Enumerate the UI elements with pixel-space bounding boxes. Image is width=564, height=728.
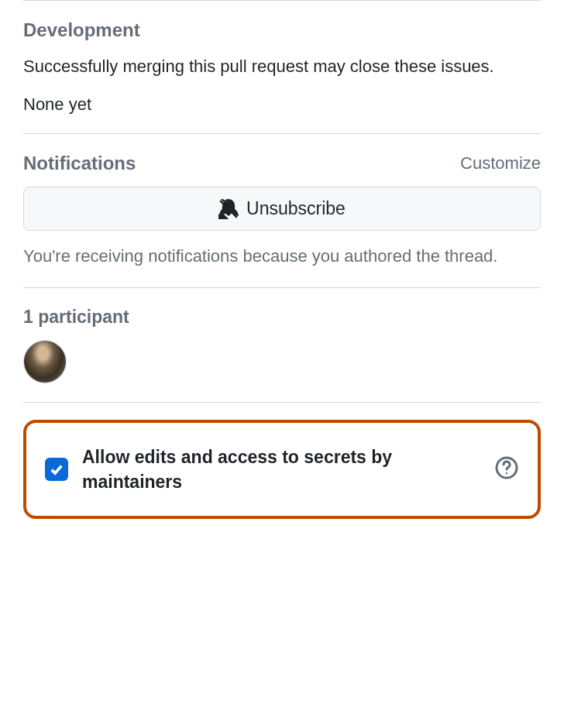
development-value: None yet — [23, 94, 541, 115]
bell-mute-icon — [218, 199, 239, 219]
help-icon-wrapper[interactable] — [494, 455, 519, 483]
development-header: Development — [23, 19, 541, 41]
participants-section: 1 participant — [23, 287, 541, 402]
allow-edits-label: Allow edits and access to secrets by mai… — [82, 445, 480, 494]
development-description: Successfully merging this pull request m… — [23, 53, 541, 79]
notifications-header: Notifications Customize — [23, 153, 541, 174]
allow-edits-checkbox-wrapper — [45, 458, 68, 481]
development-title: Development — [23, 19, 140, 41]
notification-reason: You're receiving notifications because y… — [23, 243, 541, 269]
allow-edits-divider: Allow edits and access to secrets by mai… — [23, 402, 541, 519]
notifications-title: Notifications — [23, 153, 136, 174]
avatar-image — [24, 341, 66, 383]
allow-edits-checkbox[interactable] — [45, 458, 68, 481]
check-icon — [49, 462, 64, 477]
customize-link[interactable]: Customize — [460, 153, 541, 173]
unsubscribe-label: Unsubscribe — [246, 198, 346, 219]
notifications-section: Notifications Customize Unsubscribe You'… — [23, 133, 541, 287]
unsubscribe-button[interactable]: Unsubscribe — [23, 187, 541, 231]
svg-point-1 — [506, 472, 507, 474]
participants-count: 1 participant — [23, 307, 541, 328]
allow-edits-section: Allow edits and access to secrets by mai… — [23, 420, 541, 519]
avatar[interactable] — [23, 340, 67, 383]
question-circle-icon — [494, 455, 519, 480]
development-section: Development Successfully merging this pu… — [23, 0, 541, 133]
